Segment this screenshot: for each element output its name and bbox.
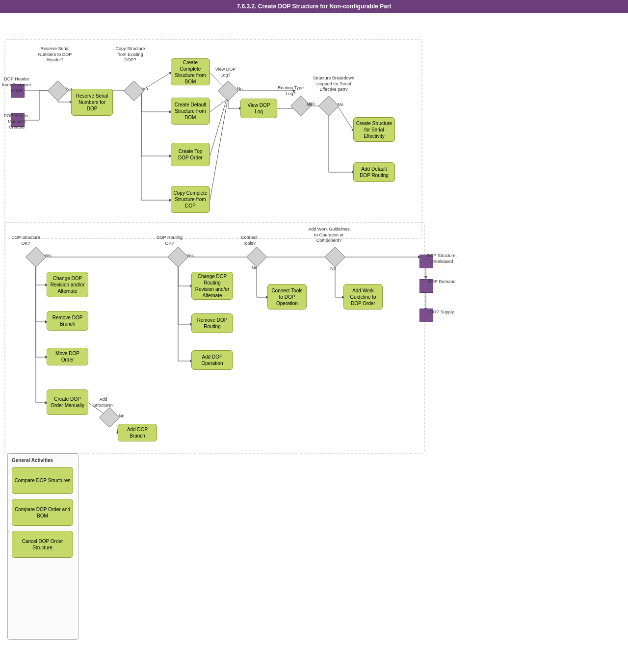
process-change-dop-rev: Change DOP Revision and/or Alternate bbox=[47, 272, 88, 297]
label-view-dop-log-question: View DOP Log? bbox=[212, 67, 239, 78]
process-add-dop-operation: Add DOP Operation bbox=[191, 350, 233, 370]
process-create-complete-bom: Create Complete Structure from BOM bbox=[171, 58, 210, 85]
process-remove-routing: Remove DOP Routing bbox=[191, 313, 233, 333]
decision-add-structure bbox=[99, 407, 120, 428]
decision-reserve-serial bbox=[48, 80, 68, 101]
process-create-top-dop: Create Top DOP Order bbox=[171, 143, 210, 166]
label-reserve-serial-question: Reserve Serial Numbers to DOP Header? bbox=[35, 46, 75, 63]
label-add-work-no: No bbox=[330, 266, 336, 272]
label-add-work-question: Add Work Guidelines to Operation or Comp… bbox=[308, 227, 350, 244]
process-view-dop-log: View DOP Log bbox=[240, 99, 277, 118]
process-add-work-guideline: Add Work Guideline to DOP Order bbox=[343, 284, 383, 310]
decision-serial-effective bbox=[318, 96, 339, 116]
decision-copy-structure bbox=[124, 80, 144, 101]
svg-rect-1 bbox=[5, 223, 424, 453]
header-title: 7.6.3.2. Create DOP Structure for Non-co… bbox=[236, 3, 391, 10]
label-dop-header-manual: DOP Header, Manually Created bbox=[2, 113, 31, 130]
process-create-serial-struct: Create Structure for Serial Effectivity bbox=[353, 117, 395, 142]
process-create-dop-manually: Create DOP Order Manually bbox=[47, 389, 88, 415]
label-dop-struct-yes: Yes bbox=[44, 253, 52, 259]
label-serial-eff-question: Structure Breakdown stopped for Serial E… bbox=[312, 76, 356, 93]
decision-add-work-guidelines bbox=[325, 247, 345, 267]
process-add-dop-branch: Add DOP Branch bbox=[118, 424, 157, 441]
decision-connect-tools bbox=[246, 247, 267, 267]
label-routing-type-question: Routing Type Log? bbox=[275, 85, 307, 97]
label-add-struct-question: Add Structure? bbox=[90, 397, 117, 408]
label-connect-no: No bbox=[252, 265, 258, 271]
process-remove-dop-branch: Remove DOP Branch bbox=[47, 311, 88, 331]
label-dop-demand: DOP Demand bbox=[426, 279, 458, 285]
label-serial-no1: No bbox=[307, 102, 313, 108]
svg-line-18 bbox=[210, 94, 228, 156]
label-connect-tools-question: Connect Tools? bbox=[235, 235, 264, 246]
process-move-dop-order: Move DOP Order bbox=[47, 348, 88, 365]
process-change-routing-rev: Change DOP Routing Revision and/or Alter… bbox=[191, 272, 233, 300]
decision-dop-routing-ok bbox=[168, 247, 188, 267]
general-activities-title: General Activities bbox=[12, 458, 74, 463]
label-dop-header-customer: DOP Header from Customer Order bbox=[2, 77, 31, 94]
svg-line-19 bbox=[210, 96, 228, 200]
page-container: 7.6.3.2. Create DOP Structure for Non-co… bbox=[0, 0, 628, 672]
label-serial-no2: No bbox=[338, 102, 343, 108]
process-reserve-serial: Reserve Serial Numbers for DOP bbox=[71, 89, 113, 116]
process-compare-dop-structures: Compare DOP Structures bbox=[12, 467, 73, 494]
diagram-area: DOP Header from Customer Order DOP Heade… bbox=[0, 13, 628, 670]
label-dop-struct-question: DOP Structure OK? bbox=[10, 235, 42, 246]
process-create-default-bom: Create Default Structure from BOM bbox=[171, 98, 210, 125]
general-activities-panel: General Activities Compare DOP Structure… bbox=[7, 453, 78, 640]
header-bar: 7.6.3.2. Create DOP Structure for Non-co… bbox=[0, 0, 628, 13]
process-copy-complete-dop: Copy Complete Structure from DOP bbox=[171, 186, 210, 213]
process-cancel-dop-order: Cancel DOP Order Structure bbox=[12, 531, 73, 558]
label-dop-routing-question: DOP Routing OK? bbox=[154, 235, 185, 246]
label-dop-supply: DOP Supply bbox=[426, 310, 458, 315]
label-copy-structure-question: Copy Structure from Existing DOP? bbox=[112, 46, 149, 63]
process-compare-dop-bom: Compare DOP Order and BOM bbox=[12, 499, 73, 526]
decision-view-dop-log bbox=[218, 80, 238, 101]
label-copy-no: No bbox=[142, 86, 148, 92]
svg-line-17 bbox=[210, 99, 228, 112]
label-view-log-no: No bbox=[237, 86, 243, 92]
label-dop-routing-yes: Yes bbox=[186, 253, 194, 259]
label-add-struct-no: No bbox=[119, 414, 125, 419]
decision-dop-structure-ok bbox=[26, 247, 46, 267]
label-dop-struct-unrel: DOP Structure, Unreleased bbox=[426, 253, 458, 264]
process-connect-tools: Connect Tools to DOP Operation bbox=[267, 284, 307, 310]
process-add-default-routing: Add Default DOP Routing bbox=[353, 162, 395, 182]
